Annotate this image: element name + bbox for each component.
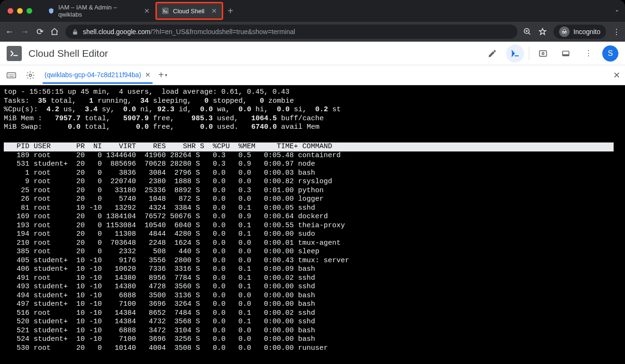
add-terminal-tab-button[interactable]: +▾: [158, 70, 167, 80]
terminal-tabstrip: (qwiklabs-gcp-04-7c8d211f94ba) ✕ +▾ ✕: [0, 65, 625, 85]
incognito-indicator[interactable]: Incognito: [553, 25, 606, 39]
svg-rect-8: [7, 72, 16, 78]
browser-titlebar: IAM – IAM & Admin – qwiklabs ✕ Cloud She…: [0, 0, 625, 22]
window-close-button[interactable]: [8, 8, 13, 14]
window-minimize-button[interactable]: [17, 8, 23, 14]
open-new-window-button[interactable]: [557, 44, 575, 62]
open-editor-button[interactable]: [483, 44, 501, 62]
browser-tab-label: Cloud Shell: [173, 8, 205, 15]
terminal-output[interactable]: top - 15:56:15 up 45 min, 4 users, load …: [0, 85, 625, 364]
new-tab-button[interactable]: +: [228, 6, 234, 17]
open-terminal-button[interactable]: [506, 44, 524, 62]
user-avatar[interactable]: S: [602, 45, 618, 62]
settings-gear-icon[interactable]: [24, 69, 37, 82]
window-controls: [8, 8, 32, 14]
app-actions: ⋮ S: [483, 44, 618, 62]
keyboard-icon[interactable]: [5, 69, 18, 82]
preview-button[interactable]: [534, 44, 552, 62]
more-menu-button[interactable]: ⋮: [580, 44, 598, 62]
lock-icon: [72, 29, 78, 35]
browser-tab-iam[interactable]: IAM – IAM & Admin – qwiklabs ✕: [42, 3, 155, 19]
zoom-icon[interactable]: [523, 27, 532, 36]
browser-tab-cloudshell[interactable]: Cloud Shell ✕: [155, 2, 223, 20]
svg-point-3: [565, 32, 567, 34]
terminal-tab[interactable]: (qwiklabs-gcp-04-7c8d211f94ba) ✕: [43, 66, 153, 84]
toolbar-right: Incognito ⋮: [523, 25, 620, 39]
forward-button[interactable]: →: [20, 27, 29, 37]
back-button[interactable]: ←: [5, 27, 14, 37]
app-title: Cloud Shell Editor: [28, 48, 108, 59]
terminal-icon: [162, 7, 169, 15]
svg-rect-4: [540, 51, 547, 56]
svg-point-9: [29, 74, 32, 76]
address-bar[interactable]: shell.cloud.google.com/?hl=en_US&fromclo…: [65, 25, 517, 39]
shield-icon: [47, 7, 54, 15]
window-maximize-button[interactable]: [27, 8, 32, 14]
url-text: shell.cloud.google.com/?hl=en_US&fromclo…: [83, 28, 295, 36]
browser-menu-button[interactable]: ⋮: [613, 27, 620, 36]
close-icon[interactable]: ✕: [211, 7, 217, 15]
close-panel-button[interactable]: ✕: [613, 70, 620, 80]
close-icon[interactable]: ✕: [144, 7, 150, 15]
browser-tab-label: IAM – IAM & Admin – qwiklabs: [58, 4, 137, 18]
home-button[interactable]: [50, 27, 60, 36]
svg-point-2: [562, 32, 564, 34]
browser-toolbar: ← → ⟳ shell.cloud.google.com/?hl=en_US&f…: [0, 22, 625, 42]
app-header: Cloud Shell Editor ⋮ S: [0, 42, 625, 65]
incognito-label: Incognito: [573, 28, 600, 36]
bookmark-star-icon[interactable]: [538, 27, 547, 36]
browser-tab-strip: IAM – IAM & Admin – qwiklabs ✕ Cloud She…: [42, 0, 233, 22]
svg-point-5: [542, 52, 544, 54]
svg-rect-7: [562, 54, 569, 55]
incognito-icon: [559, 27, 570, 37]
svg-rect-0: [162, 8, 169, 14]
terminal-tab-label: (qwiklabs-gcp-04-7c8d211f94ba): [45, 71, 141, 79]
tab-list-dropdown[interactable]: [614, 8, 620, 14]
cloud-shell-logo: [7, 46, 22, 61]
close-icon[interactable]: ✕: [145, 71, 151, 79]
reload-button[interactable]: ⟳: [35, 27, 45, 37]
